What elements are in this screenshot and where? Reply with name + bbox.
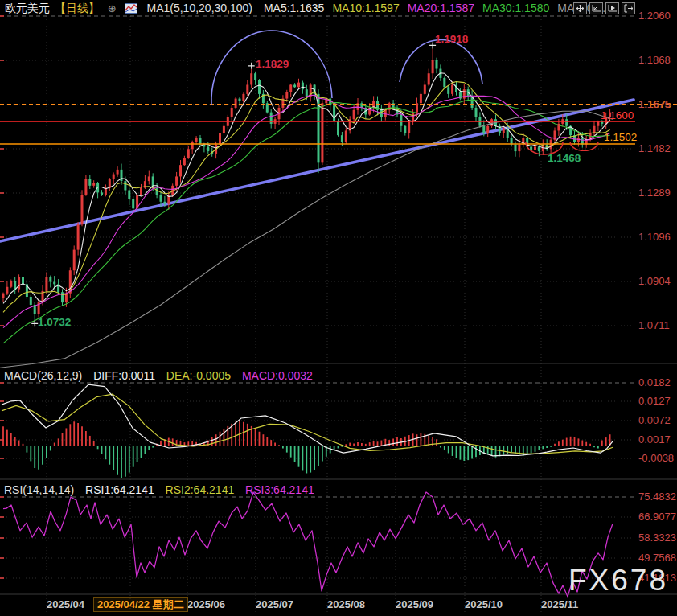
- macd-header: MACD(26,12,9) DIFF:0.0011 DEA:-0.0005 MA…: [4, 369, 321, 382]
- chart-toolbar: [573, 2, 635, 14]
- svg-text:1.1502: 1.1502: [604, 131, 637, 143]
- rsi1-value: RSI1:64.2141: [85, 483, 154, 496]
- svg-text:2025/10: 2025/10: [465, 598, 503, 610]
- indicator-chart-icon[interactable]: [125, 3, 137, 14]
- rsi2-value: RSI2:64.2141: [166, 483, 235, 496]
- svg-text:75.4832: 75.4832: [638, 491, 676, 503]
- exit-chart-button[interactable]: [622, 2, 635, 14]
- svg-text:0.0017: 0.0017: [638, 433, 671, 446]
- svg-text:58.3323: 58.3323: [638, 532, 676, 544]
- ma-value: MA20:1.1587: [408, 2, 474, 14]
- fx678-watermark: FX678: [568, 564, 668, 598]
- ma-values: MA5:1.1635MA10:1.1597MA20:1.1587MA30:1.1…: [264, 2, 626, 14]
- svg-text:1.2060: 1.2060: [638, 10, 671, 22]
- svg-text:1.1675: 1.1675: [638, 98, 671, 110]
- chart-header: 欧元美元 【日线】 ⊕ MA1(5,10,20,30,100) MA5:1.16…: [5, 2, 634, 16]
- svg-text:1.1829: 1.1829: [256, 58, 289, 70]
- svg-text:-0.0038: -0.0038: [638, 452, 674, 464]
- timeframe-label: 【日线】: [55, 2, 100, 14]
- circle-plus-icon[interactable]: ⊕: [108, 2, 117, 14]
- svg-text:2025/11: 2025/11: [541, 598, 578, 610]
- macd-panel: [2, 384, 613, 478]
- svg-text:0.0072: 0.0072: [638, 414, 671, 426]
- axis-labels: 1.20601.18681.16751.14821.12891.10961.09…: [47, 10, 676, 610]
- ma-settings-label: MA1(5,10,20,30,100): [146, 2, 252, 14]
- svg-text:1.1482: 1.1482: [638, 142, 671, 154]
- annotations: 1.18291.19181.07321.14681.16001.15021.16…: [0, 31, 677, 328]
- macd-settings-label: MACD(26,12,9): [4, 369, 82, 382]
- svg-text:1.1468: 1.1468: [548, 152, 581, 164]
- svg-text:2025/07: 2025/07: [256, 598, 293, 610]
- svg-text:1.1096: 1.1096: [638, 231, 671, 243]
- svg-text:1.0711: 1.0711: [638, 319, 670, 331]
- macd-macd-value: MACD:0.0032: [242, 369, 313, 382]
- macd-dea-value: DEA:-0.0005: [166, 369, 231, 382]
- svg-text:1.1289: 1.1289: [638, 187, 671, 199]
- zoom-in-panel-button[interactable]: [605, 2, 619, 14]
- zoom-out-panel-button[interactable]: [589, 2, 603, 14]
- svg-text:1.0732: 1.0732: [38, 316, 71, 328]
- rsi-line: [3, 492, 613, 597]
- svg-text:2025/06: 2025/06: [187, 598, 225, 610]
- svg-text:1.0904: 1.0904: [638, 275, 671, 287]
- candles: [2, 48, 612, 320]
- macd-diff-value: DIFF:0.0011: [93, 369, 155, 382]
- svg-text:1.1600: 1.1600: [601, 109, 634, 121]
- trading-app-window: 1.18291.19181.07321.14681.16001.15021.16…: [0, 0, 677, 616]
- ma-value: MA5:1.1635: [264, 2, 325, 14]
- chart-canvas[interactable]: 1.18291.19181.07321.14681.16001.15021.16…: [0, 0, 677, 616]
- rsi-header: RSI(14,14,14) RSI1:64.2141 RSI2:64.2141 …: [4, 483, 322, 496]
- svg-text:66.9077: 66.9077: [638, 511, 676, 523]
- svg-text:0.0182: 0.0182: [638, 376, 671, 388]
- svg-text:1.1918: 1.1918: [435, 33, 469, 45]
- svg-text:2025/04: 2025/04: [47, 598, 85, 610]
- rsi3-value: RSI3:64.2141: [245, 483, 314, 496]
- instrument-name: 欧元美元: [5, 2, 50, 14]
- svg-text:0.0127: 0.0127: [638, 395, 671, 407]
- ma-value: MA30:1.1580: [482, 2, 549, 14]
- svg-text:2025/08: 2025/08: [327, 598, 365, 610]
- ma-value: MA10:1.1597: [332, 2, 399, 14]
- rsi-settings-label: RSI(14,14,14): [4, 483, 74, 496]
- svg-text:2025/09: 2025/09: [396, 598, 433, 610]
- crosshair-tool-button[interactable]: [573, 2, 587, 14]
- svg-text:1.1868: 1.1868: [638, 54, 671, 66]
- svg-text:49.7568: 49.7568: [638, 552, 676, 564]
- selected-date-label: 2025/04/22 星期二: [93, 597, 188, 612]
